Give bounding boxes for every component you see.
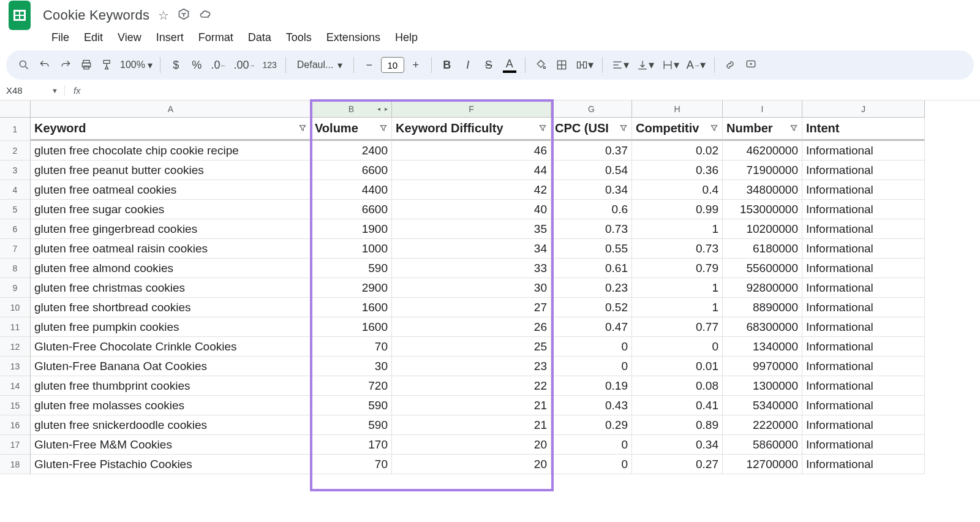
cell-difficulty[interactable]: 21 xyxy=(392,415,551,435)
filter-icon[interactable] xyxy=(538,121,547,135)
row-header[interactable]: 1 xyxy=(0,118,31,141)
cell-comp[interactable]: 0.99 xyxy=(632,200,723,219)
cell-volume[interactable]: 170 xyxy=(311,435,392,455)
print-icon[interactable] xyxy=(77,55,96,75)
cell-intent[interactable]: Informational xyxy=(802,278,925,298)
cell-cpc[interactable]: 0.23 xyxy=(551,278,632,298)
cell-comp[interactable]: 0.36 xyxy=(632,161,723,180)
row-header[interactable]: 3 xyxy=(0,161,31,180)
menu-help[interactable]: Help xyxy=(388,28,425,48)
row-header[interactable]: 18 xyxy=(0,455,31,474)
cell-intent[interactable]: Informational xyxy=(802,337,925,357)
cell-keyword[interactable]: gluten free chocolate chip cookie recipe xyxy=(31,141,311,161)
cell-volume[interactable]: 590 xyxy=(311,396,392,415)
cell-keyword[interactable]: Gluten-Free Pistachio Cookies xyxy=(31,455,311,474)
header-cpc[interactable]: CPC (USI xyxy=(551,118,632,141)
col-header-f[interactable]: F xyxy=(392,100,551,118)
cell-keyword[interactable]: gluten free oatmeal cookies xyxy=(31,180,311,200)
row-header[interactable]: 15 xyxy=(0,396,31,415)
text-wrap-icon[interactable]: ▾ xyxy=(659,55,682,75)
cell-difficulty[interactable]: 21 xyxy=(392,396,551,415)
star-icon[interactable]: ☆ xyxy=(158,8,169,23)
cell-volume[interactable]: 6600 xyxy=(311,161,392,180)
cell-num[interactable]: 1300000 xyxy=(723,376,802,396)
cell-comp[interactable]: 0.79 xyxy=(632,259,723,278)
cell-keyword[interactable]: gluten free gingerbread cookies xyxy=(31,219,311,239)
undo-icon[interactable] xyxy=(36,55,54,75)
cell-volume[interactable]: 1600 xyxy=(311,317,392,337)
header-comp[interactable]: Competitiv xyxy=(632,118,723,141)
cell-keyword[interactable]: Gluten-Free Banana Oat Cookies xyxy=(31,357,311,376)
cell-comp[interactable]: 0.01 xyxy=(632,357,723,376)
move-icon[interactable] xyxy=(178,8,190,23)
cell-cpc[interactable]: 0 xyxy=(551,337,632,357)
row-header[interactable]: 5 xyxy=(0,200,31,219)
col-header-i[interactable]: I xyxy=(723,100,802,118)
cell-intent[interactable]: Informational xyxy=(802,357,925,376)
cell-num[interactable]: 1340000 xyxy=(723,337,802,357)
menu-file[interactable]: File xyxy=(44,28,77,48)
percent-icon[interactable]: % xyxy=(187,55,206,75)
redo-icon[interactable] xyxy=(56,55,75,75)
cell-volume[interactable]: 590 xyxy=(311,259,392,278)
cell-comp[interactable]: 0.77 xyxy=(632,317,723,337)
cell-num[interactable]: 2220000 xyxy=(723,415,802,435)
insert-link-icon[interactable] xyxy=(721,55,739,75)
cell-comp[interactable]: 1 xyxy=(632,298,723,317)
cell-intent[interactable]: Informational xyxy=(802,455,925,474)
menu-view[interactable]: View xyxy=(110,28,149,48)
row-header[interactable]: 2 xyxy=(0,141,31,161)
paint-format-icon[interactable] xyxy=(98,55,116,75)
cell-cpc[interactable]: 0.55 xyxy=(551,239,632,259)
menu-format[interactable]: Format xyxy=(191,28,241,48)
cell-difficulty[interactable]: 23 xyxy=(392,357,551,376)
row-header[interactable]: 9 xyxy=(0,278,31,298)
cell-comp[interactable]: 0.4 xyxy=(632,180,723,200)
cell-keyword[interactable]: Gluten-Free Chocolate Crinkle Cookies xyxy=(31,337,311,357)
cell-cpc[interactable]: 0.52 xyxy=(551,298,632,317)
cell-num[interactable]: 71900000 xyxy=(723,161,802,180)
cell-cpc[interactable]: 0.54 xyxy=(551,161,632,180)
cell-comp[interactable]: 0.41 xyxy=(632,396,723,415)
font-size-input[interactable] xyxy=(381,57,404,73)
cell-num[interactable]: 34800000 xyxy=(723,180,802,200)
row-header[interactable]: 17 xyxy=(0,435,31,455)
name-box[interactable]: X48 xyxy=(6,85,37,96)
cell-volume[interactable]: 30 xyxy=(311,357,392,376)
col-header-g[interactable]: G xyxy=(551,100,632,118)
cell-comp[interactable]: 0.34 xyxy=(632,435,723,455)
cell-volume[interactable]: 6600 xyxy=(311,200,392,219)
cell-num[interactable]: 5340000 xyxy=(723,396,802,415)
cell-intent[interactable]: Informational xyxy=(802,259,925,278)
increase-font-icon[interactable]: + xyxy=(407,55,425,75)
cell-num[interactable]: 55600000 xyxy=(723,259,802,278)
cell-intent[interactable]: Informational xyxy=(802,396,925,415)
cell-difficulty[interactable]: 27 xyxy=(392,298,551,317)
bold-icon[interactable]: B xyxy=(438,55,456,75)
cell-keyword[interactable]: gluten free peanut butter cookies xyxy=(31,161,311,180)
cell-keyword[interactable]: gluten free shortbread cookies xyxy=(31,298,311,317)
cell-cpc[interactable]: 0 xyxy=(551,435,632,455)
cell-keyword[interactable]: gluten free thumbprint cookies xyxy=(31,376,311,396)
cell-keyword[interactable]: gluten free sugar cookies xyxy=(31,200,311,219)
cell-cpc[interactable]: 0.6 xyxy=(551,200,632,219)
cell-difficulty[interactable]: 44 xyxy=(392,161,551,180)
cell-keyword[interactable]: gluten free christmas cookies xyxy=(31,278,311,298)
horizontal-align-icon[interactable]: ▾ xyxy=(609,55,631,75)
cell-comp[interactable]: 0.08 xyxy=(632,376,723,396)
menu-tools[interactable]: Tools xyxy=(279,28,319,48)
cell-volume[interactable]: 1600 xyxy=(311,298,392,317)
select-all-corner[interactable] xyxy=(0,100,31,118)
header-intent[interactable]: Intent xyxy=(802,118,925,141)
row-header[interactable]: 11 xyxy=(0,317,31,337)
cell-volume[interactable]: 2900 xyxy=(311,278,392,298)
col-header-a[interactable]: A xyxy=(31,100,311,118)
cell-difficulty[interactable]: 40 xyxy=(392,200,551,219)
cell-num[interactable]: 153000000 xyxy=(723,200,802,219)
menu-insert[interactable]: Insert xyxy=(149,28,191,48)
more-formats-icon[interactable]: 123 xyxy=(260,55,279,75)
cell-volume[interactable]: 590 xyxy=(311,415,392,435)
decrease-decimal-icon[interactable]: .0← xyxy=(208,55,228,75)
cell-comp[interactable]: 1 xyxy=(632,278,723,298)
cell-cpc[interactable]: 0.29 xyxy=(551,415,632,435)
